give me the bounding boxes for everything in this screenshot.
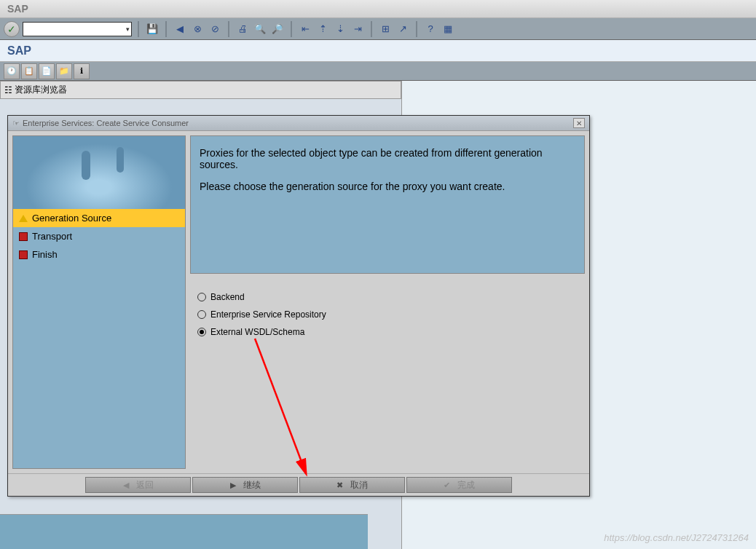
warning-icon: [19, 215, 28, 222]
command-field[interactable]: ▾: [23, 22, 132, 36]
back-arrow-icon: ◀: [123, 481, 129, 490]
wizard-nav: Generation Source Transport Finish: [12, 135, 186, 469]
cancel-icon[interactable]: ⊘: [208, 22, 222, 36]
dialog-icon: ☞: [12, 119, 20, 128]
watermark: https://blog.csdn.net/J2724731264: [604, 532, 749, 543]
separator: [371, 21, 372, 37]
exit-icon[interactable]: ⊗: [190, 22, 205, 36]
help-icon[interactable]: ?: [423, 22, 438, 36]
info-text-2: Please choose the generation source for …: [200, 181, 575, 192]
cancel-icon: ✖: [336, 481, 343, 490]
info-text-1: Proxies for the selected object type can…: [200, 147, 575, 170]
button-label: 取消: [350, 479, 368, 491]
browser-title: 资源库浏览器: [15, 84, 67, 96]
new-session-icon[interactable]: ⊞: [378, 22, 393, 36]
tool-button-3[interactable]: 📁: [56, 63, 72, 79]
decorative-image: [13, 136, 185, 209]
next-page-icon[interactable]: ⇣: [333, 22, 347, 36]
radio-icon: [197, 310, 206, 319]
check-icon: ✔: [444, 481, 450, 490]
first-page-icon[interactable]: ⇤: [298, 22, 312, 36]
app-header: SAP: [0, 40, 756, 62]
radio-backend[interactable]: Backend: [197, 288, 578, 306]
back-button[interactable]: ◀ 返回: [85, 477, 191, 493]
back-icon[interactable]: ◀: [173, 22, 187, 36]
nav-label: Generation Source: [32, 213, 111, 224]
nav-item-transport[interactable]: Transport: [13, 227, 185, 245]
cancel-button[interactable]: ✖ 取消: [299, 477, 405, 493]
print-icon[interactable]: 🖨: [235, 22, 250, 36]
dialog-title: Enterprise Services: Create Service Cons…: [23, 119, 189, 127]
dropdown-icon: ▾: [126, 25, 130, 33]
info-button[interactable]: ℹ: [74, 63, 90, 79]
dialog-footer: ◀ 返回 ▶ 继续 ✖ 取消 ✔ 完成: [8, 473, 589, 496]
info-box: Proxies for the selected object type can…: [190, 135, 585, 274]
close-button[interactable]: ✕: [573, 118, 585, 128]
prev-page-icon[interactable]: ⇡: [315, 22, 330, 36]
main-toolbar: ✓ ▾ 💾 ◀ ⊗ ⊘ 🖨 🔍 🔎 ⇤ ⇡ ⇣ ⇥ ⊞ ↗ ? ▦: [0, 18, 756, 40]
separator: [228, 21, 229, 37]
dialog-body: Generation Source Transport Finish Proxi…: [8, 131, 589, 473]
separator: [165, 21, 167, 37]
forward-arrow-icon: ▶: [230, 481, 236, 490]
nav-label: Finish: [32, 249, 58, 260]
dialog-title-bar: ☞ Enterprise Services: Create Service Co…: [8, 116, 589, 131]
wizard-content: Proxies for the selected object type can…: [190, 135, 585, 469]
separator: [291, 21, 292, 37]
wizard-dialog: ☞ Enterprise Services: Create Service Co…: [7, 115, 590, 497]
button-label: 返回: [136, 479, 154, 491]
radio-external-wsdl[interactable]: External WSDL/Schema: [197, 323, 578, 341]
radio-label: Enterprise Service Repository: [210, 309, 326, 320]
tree-icon: ☷: [4, 85, 12, 95]
tool-button-2[interactable]: 📄: [39, 63, 55, 79]
browser-title-bar: ☷ 资源库浏览器: [0, 81, 401, 99]
window-title: SAP: [7, 3, 28, 15]
finish-button[interactable]: ✔ 完成: [406, 477, 512, 493]
radio-group: Backend Enterprise Service Repository Ex…: [190, 274, 585, 355]
stop-icon: [19, 232, 28, 241]
find-icon[interactable]: 🔍: [253, 22, 267, 36]
radio-icon: [197, 293, 206, 301]
button-label: 完成: [457, 479, 475, 491]
find-next-icon[interactable]: 🔎: [270, 22, 285, 36]
nav-item-generation-source[interactable]: Generation Source: [13, 209, 185, 227]
enter-button[interactable]: ✓: [4, 21, 20, 37]
stop-icon: [19, 250, 28, 259]
clock-button[interactable]: 🕐: [4, 63, 20, 79]
last-page-icon[interactable]: ⇥: [350, 22, 365, 36]
radio-label: External WSDL/Schema: [210, 327, 304, 337]
save-icon[interactable]: 💾: [145, 22, 160, 36]
bottom-tab-area: [0, 514, 368, 549]
nav-list: Generation Source Transport Finish: [13, 209, 185, 468]
separator: [138, 21, 139, 37]
nav-label: Transport: [32, 231, 72, 242]
radio-label: Backend: [210, 292, 245, 302]
radio-esr[interactable]: Enterprise Service Repository: [197, 306, 578, 323]
tool-button-1[interactable]: 📋: [21, 63, 37, 79]
radio-icon: [197, 328, 206, 336]
app-toolbar: 🕐 📋 📄 📁 ℹ: [0, 62, 756, 81]
window-title-bar: SAP: [0, 0, 756, 18]
nav-item-finish[interactable]: Finish: [13, 245, 185, 264]
continue-button[interactable]: ▶ 继续: [192, 477, 298, 493]
layout-icon[interactable]: ▦: [441, 22, 455, 36]
app-title: SAP: [7, 44, 31, 57]
separator: [416, 21, 417, 37]
button-label: 继续: [243, 479, 261, 491]
shortcut-icon[interactable]: ↗: [395, 22, 410, 36]
